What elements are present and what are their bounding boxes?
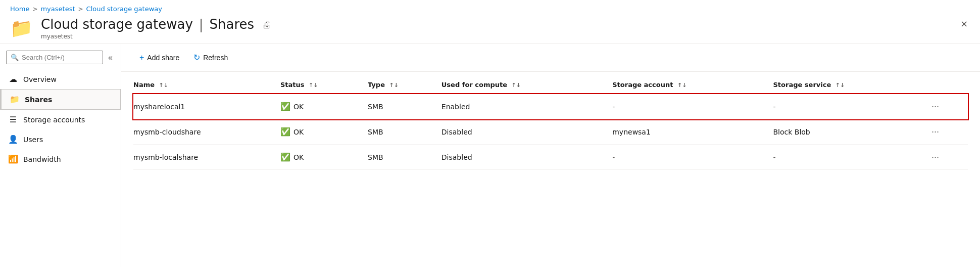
table-row[interactable]: mysmb-localshare ✅ OK SMB Disabled - - ·… — [133, 145, 968, 170]
cell-more: ··· — [928, 119, 968, 145]
close-button[interactable]: ✕ — [958, 17, 970, 32]
storage-accounts-icon: ☰ — [8, 115, 18, 124]
sort-name[interactable]: ↑↓ — [159, 82, 168, 88]
status-text: OK — [293, 128, 304, 136]
check-icon: ✅ — [280, 102, 290, 111]
table-area: Name ↑↓ Status ↑↓ Type ↑↓ — [121, 72, 980, 267]
search-box[interactable]: 🔍 — [6, 51, 103, 64]
check-icon: ✅ — [280, 127, 290, 137]
content: + Add share ↻ Refresh Name ↑↓ — [121, 43, 980, 267]
cell-storage-service: - — [773, 145, 928, 170]
col-storage-service[interactable]: Storage service ↑↓ — [773, 76, 928, 94]
cell-more: ··· — [928, 94, 968, 119]
sort-status[interactable]: ↑↓ — [309, 82, 318, 88]
col-name[interactable]: Name ↑↓ — [133, 76, 280, 94]
cell-storage-account: - — [612, 145, 773, 170]
header: Home > myasetest > Cloud storage gateway… — [0, 0, 980, 43]
main-layout: 🔍 « ☁ Overview 📁 Shares ☰ Storage accoun… — [0, 43, 980, 267]
page-section: Shares — [210, 17, 255, 32]
cell-storage-account: - — [612, 94, 773, 119]
shares-icon: 📁 — [10, 95, 20, 104]
sidebar-item-label-bandwidth: Bandwidth — [23, 155, 61, 163]
sidebar: 🔍 « ☁ Overview 📁 Shares ☰ Storage accoun… — [0, 43, 121, 267]
sidebar-item-shares[interactable]: 📁 Shares — [0, 89, 121, 110]
cell-storage-account: mynewsa1 — [612, 119, 773, 145]
collapse-button[interactable]: « — [106, 52, 115, 63]
status-text: OK — [293, 153, 304, 161]
shares-table: Name ↑↓ Status ↑↓ Type ↑↓ — [133, 76, 968, 170]
folder-icon: 📁 — [10, 19, 33, 37]
search-row: 🔍 « — [0, 48, 121, 69]
users-icon: 👤 — [8, 135, 18, 144]
bandwidth-icon: 📶 — [8, 154, 18, 164]
cell-compute: Disabled — [442, 119, 612, 145]
more-options-button[interactable]: ··· — [928, 151, 942, 163]
col-type[interactable]: Type ↑↓ — [368, 76, 442, 94]
cell-name: mysmb-cloudshare — [133, 119, 280, 145]
sidebar-item-storage-accounts[interactable]: ☰ Storage accounts — [0, 110, 121, 129]
refresh-button[interactable]: ↻ Refresh — [187, 50, 234, 65]
table-row[interactable]: mysharelocal1 ✅ OK SMB Enabled - - ··· — [133, 94, 968, 119]
cell-type: SMB — [368, 145, 442, 170]
cell-status: ✅ OK — [280, 94, 368, 119]
sort-compute[interactable]: ↑↓ — [512, 82, 521, 88]
cell-storage-service: Block Blob — [773, 119, 928, 145]
status-text: OK — [293, 103, 304, 111]
title-separator: | — [199, 17, 204, 32]
cell-status: ✅ OK — [280, 119, 368, 145]
col-storage-account[interactable]: Storage account ↑↓ — [612, 76, 773, 94]
cell-status: ✅ OK — [280, 145, 368, 170]
breadcrumb-sep2: > — [78, 6, 83, 13]
search-input[interactable] — [22, 54, 99, 61]
col-compute[interactable]: Used for compute ↑↓ — [442, 76, 612, 94]
check-icon: ✅ — [280, 152, 290, 162]
cell-more: ··· — [928, 145, 968, 170]
add-share-label: Add share — [147, 54, 179, 62]
more-options-button[interactable]: ··· — [928, 125, 942, 138]
more-options-button[interactable]: ··· — [928, 100, 942, 113]
cell-type: SMB — [368, 94, 442, 119]
add-share-button[interactable]: + Add share — [133, 50, 185, 65]
sidebar-item-label-users: Users — [23, 136, 43, 144]
overview-icon: ☁ — [8, 74, 18, 84]
cell-type: SMB — [368, 119, 442, 145]
col-status[interactable]: Status ↑↓ — [280, 76, 368, 94]
sidebar-item-label-shares: Shares — [25, 96, 52, 104]
refresh-label: Refresh — [203, 54, 228, 62]
sidebar-item-users[interactable]: 👤 Users — [0, 129, 121, 149]
breadcrumb-myasetest[interactable]: myasetest — [40, 5, 75, 13]
toolbar: + Add share ↻ Refresh — [121, 43, 980, 72]
app-container: Home > myasetest > Cloud storage gateway… — [0, 0, 980, 267]
title-row: 📁 Cloud storage gateway | Shares 🖨 myase… — [10, 17, 970, 40]
search-icon: 🔍 — [11, 54, 19, 61]
breadcrumb: Home > myasetest > Cloud storage gateway — [10, 5, 970, 13]
sidebar-item-bandwidth[interactable]: 📶 Bandwidth — [0, 149, 121, 169]
title-text: Cloud storage gateway | Shares 🖨 myasete… — [41, 17, 273, 40]
sidebar-item-label-storage-accounts: Storage accounts — [23, 116, 85, 124]
cell-storage-service: - — [773, 94, 928, 119]
cell-name: mysmb-localshare — [133, 145, 280, 170]
refresh-icon: ↻ — [193, 53, 200, 62]
sort-storage-account[interactable]: ↑↓ — [677, 82, 687, 88]
sort-type[interactable]: ↑↓ — [389, 82, 399, 88]
table-row[interactable]: mysmb-cloudshare ✅ OK SMB Disabled mynew… — [133, 119, 968, 145]
cell-compute: Enabled — [442, 94, 612, 119]
page-title: Cloud storage gateway — [41, 17, 193, 32]
breadcrumb-current: Cloud storage gateway — [86, 5, 162, 13]
cell-name: mysharelocal1 — [133, 94, 280, 119]
print-icon[interactable]: 🖨 — [260, 17, 273, 32]
sidebar-item-label-overview: Overview — [23, 75, 57, 83]
subtitle: myasetest — [41, 33, 273, 40]
title-main: Cloud storage gateway | Shares 🖨 — [41, 17, 273, 32]
sort-storage-service[interactable]: ↑↓ — [836, 82, 845, 88]
breadcrumb-sep1: > — [32, 6, 37, 13]
table-header-row: Name ↑↓ Status ↑↓ Type ↑↓ — [133, 76, 968, 94]
col-actions — [928, 76, 968, 94]
add-icon: + — [139, 53, 144, 62]
breadcrumb-home[interactable]: Home — [10, 5, 29, 13]
cell-compute: Disabled — [442, 145, 612, 170]
sidebar-item-overview[interactable]: ☁ Overview — [0, 69, 121, 89]
